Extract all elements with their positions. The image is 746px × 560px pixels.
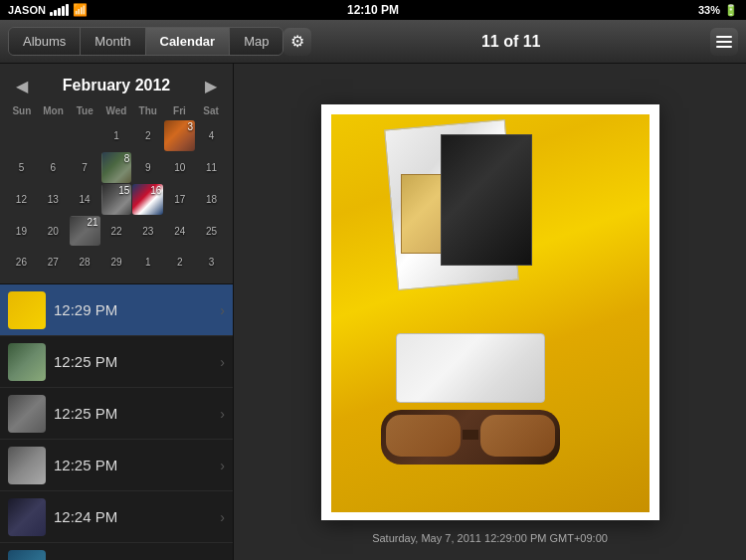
photo-thumbnail <box>8 395 46 433</box>
calendar-day[interactable]: 29 <box>101 247 132 278</box>
calendar-day[interactable]: 14 <box>70 184 100 215</box>
calendar-day[interactable] <box>38 120 69 151</box>
battery-icon: 🔋 <box>724 4 738 17</box>
calendar-day[interactable] <box>6 120 37 151</box>
chevron-right-icon: › <box>220 302 225 318</box>
calendar-day[interactable]: 3 <box>164 120 195 151</box>
clock: 12:10 PM <box>347 3 399 17</box>
photo-list-item[interactable]: 12:25 PM › <box>0 336 233 388</box>
calendar-day[interactable]: 23 <box>132 216 163 247</box>
photo-time-label: 12:25 PM <box>54 457 220 473</box>
wallet-small <box>396 333 545 403</box>
calendar-grid: Sun Mon Tue Wed Thu Fri Sat 123456789101… <box>6 103 227 278</box>
calendar-day[interactable]: 16 <box>132 184 163 215</box>
status-bar: JASON 📶 12:10 PM 33% 🔋 <box>0 0 746 20</box>
chevron-right-icon: › <box>220 354 225 370</box>
calendar-header: ◀ February 2012 ▶ <box>6 70 227 103</box>
right-panel: Saturday, May 7, 2011 12:29:00 PM GMT+09… <box>234 64 746 560</box>
calendar-day[interactable]: 25 <box>196 216 227 247</box>
tab-calendar[interactable]: Calendar <box>146 28 231 55</box>
photo-thumbnail <box>8 291 46 329</box>
photo-caption: Saturday, May 7, 2011 12:29:00 PM GMT+09… <box>372 532 608 544</box>
dow-sat: Sat <box>195 103 227 118</box>
tab-albums[interactable]: Albums <box>9 28 81 55</box>
dow-mon: Mon <box>38 103 70 118</box>
calendar-day[interactable]: 12 <box>6 184 37 215</box>
calendar-day[interactable]: 7 <box>70 152 100 183</box>
chevron-right-icon: › <box>220 458 225 473</box>
calendar-day[interactable]: 28 <box>70 247 100 278</box>
calendar-day[interactable]: 13 <box>38 184 69 215</box>
calendar-week-2: 12131415161718 <box>6 184 227 215</box>
calendar-day[interactable]: 6 <box>38 152 69 183</box>
photo-frame <box>321 104 659 520</box>
calendar-day[interactable]: 8 <box>101 152 132 183</box>
photo-thumbnail <box>8 498 46 536</box>
photo-thumbnail <box>8 343 46 381</box>
calendar-day[interactable]: 3 <box>196 247 227 278</box>
status-left: JASON 📶 <box>8 3 88 17</box>
calendar-day[interactable]: 22 <box>101 216 132 247</box>
photo-thumbnail <box>8 550 46 560</box>
calendar-day[interactable]: 2 <box>164 247 195 278</box>
calendar-day[interactable]: 17 <box>164 184 195 215</box>
calendar-day[interactable] <box>70 120 100 151</box>
photo-list-item[interactable]: 12:24 PM › <box>0 491 233 543</box>
tab-bar: Albums Month Calendar Map ⚙ 11 of 11 <box>0 20 746 64</box>
wifi-icon: 📶 <box>73 3 88 17</box>
calendar-title: February 2012 <box>63 77 171 94</box>
calendar-week-0: 1234 <box>6 120 227 151</box>
calendar-day[interactable]: 9 <box>132 152 163 183</box>
photo-time-label: 12:25 PM <box>54 405 220 422</box>
calendar-day[interactable]: 20 <box>38 216 69 247</box>
chevron-right-icon: › <box>220 509 225 525</box>
photo-image[interactable] <box>331 114 650 512</box>
tab-map[interactable]: Map <box>230 28 282 55</box>
status-right: 33% 🔋 <box>698 4 738 17</box>
calendar-day[interactable]: 18 <box>196 184 227 215</box>
dow-thu: Thu <box>132 103 164 118</box>
calendar-day[interactable]: 27 <box>38 247 69 278</box>
next-month-button[interactable]: ▶ <box>199 74 223 97</box>
calendar-day[interactable]: 19 <box>6 216 37 247</box>
settings-icon[interactable]: ⚙ <box>283 28 311 56</box>
photo-time-label: 12:29 PM <box>54 301 220 318</box>
signal-bars-icon <box>50 4 69 16</box>
photo-list-item[interactable]: 12:25 PM › <box>0 388 233 440</box>
prev-month-button[interactable]: ◀ <box>10 74 34 97</box>
calendar-day[interactable]: 1 <box>101 120 132 151</box>
chevron-right-icon: › <box>220 406 225 422</box>
carrier-label: JASON <box>8 4 46 16</box>
photo-counter: 11 of 11 <box>311 33 710 51</box>
calendar-day[interactable]: 26 <box>6 247 37 278</box>
sunglasses <box>371 403 570 472</box>
calendar-day[interactable]: 2 <box>132 120 163 151</box>
dow-wed: Wed <box>100 103 132 118</box>
calendar-day[interactable]: 10 <box>164 152 195 183</box>
calendar-day[interactable]: 4 <box>196 120 227 151</box>
photo-time-label: 12:24 PM <box>54 508 220 525</box>
calendar-day[interactable]: 15 <box>101 184 132 215</box>
calendar-day[interactable]: 21 <box>70 216 100 247</box>
battery-label: 33% <box>698 4 720 16</box>
photo-thumbnail <box>8 447 46 484</box>
tab-bar-right <box>710 28 738 56</box>
photo-list-item[interactable]: 12:29 PM › <box>0 284 233 336</box>
photo-list-item[interactable]: 11:17 AM › <box>0 543 233 560</box>
calendar-day[interactable]: 1 <box>132 247 163 278</box>
photo-list[interactable]: 12:29 PM › 12:25 PM › 12:25 PM › 12:25 P… <box>0 284 233 560</box>
days-of-week-row: Sun Mon Tue Wed Thu Fri Sat <box>6 103 227 118</box>
calendar-week-4: 26272829123 <box>6 247 227 278</box>
photo-time-label: 12:25 PM <box>54 353 220 370</box>
dow-tue: Tue <box>69 103 100 118</box>
dow-sun: Sun <box>6 103 38 118</box>
photo-list-item[interactable]: 12:25 PM › <box>0 440 233 491</box>
calendar-day[interactable]: 5 <box>6 152 37 183</box>
calendar-day[interactable]: 11 <box>196 152 227 183</box>
tab-month[interactable]: Month <box>81 28 145 55</box>
menu-icon[interactable] <box>710 28 738 56</box>
calendar-day[interactable]: 24 <box>164 216 195 247</box>
calendar-week-3: 19202122232425 <box>6 216 227 247</box>
left-panel: ◀ February 2012 ▶ Sun Mon Tue Wed Thu Fr… <box>0 64 234 560</box>
calendar-week-1: 567891011 <box>6 152 227 183</box>
